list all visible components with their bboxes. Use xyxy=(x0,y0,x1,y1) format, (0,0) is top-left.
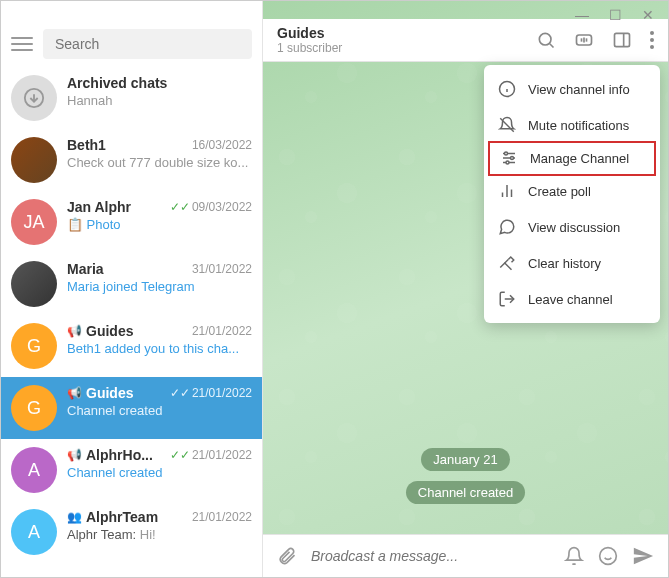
side-panel-icon[interactable] xyxy=(612,30,632,50)
menu-item-manage[interactable]: Manage Channel xyxy=(488,141,656,176)
chat-name: Beth1 xyxy=(67,137,106,153)
svg-point-2 xyxy=(539,33,551,45)
sidebar: Archived chats Hannah Beth1 16/03/2022 C… xyxy=(1,1,263,577)
menu-item-label: View discussion xyxy=(528,220,620,235)
search-input[interactable] xyxy=(43,29,252,59)
app-window: — ☐ ✕ Archived chats Hannah Beth1 16/03/… xyxy=(0,0,669,578)
chat-preview: Maria joined Telegram xyxy=(67,279,252,294)
chat-title: Guides xyxy=(277,25,536,41)
more-menu-icon[interactable] xyxy=(650,31,654,49)
voice-chat-icon[interactable] xyxy=(574,30,594,50)
chat-list-item[interactable]: Beth1 16/03/2022 Check out 777 double si… xyxy=(1,129,262,191)
message-input[interactable] xyxy=(311,548,550,564)
chat-date: ✓✓ 21/01/2022 xyxy=(170,448,252,462)
channel-type-icon: 👥 xyxy=(67,510,82,524)
chat-list-item[interactable]: G 📢 Guides ✓✓ 21/01/2022 Channel created xyxy=(1,377,262,439)
menu-item-label: Leave channel xyxy=(528,292,613,307)
clear-icon xyxy=(498,254,516,272)
chat-date: 21/01/2022 xyxy=(192,510,252,524)
chat-list-item[interactable]: A 👥 AlphrTeam 21/01/2022 Alphr Team: Hi! xyxy=(1,501,262,563)
window-controls: — ☐ ✕ xyxy=(561,1,668,29)
chat-preview: Beth1 added you to this cha... xyxy=(67,341,252,356)
menu-item-mute[interactable]: Mute notifications xyxy=(484,107,660,143)
emoji-icon[interactable] xyxy=(598,546,618,566)
chat-list-item[interactable]: G 📢 Guides 21/01/2022 Beth1 added you to… xyxy=(1,315,262,377)
chat-preview: Alphr Team: Hi! xyxy=(67,527,252,542)
chat-date: 31/01/2022 xyxy=(192,262,252,276)
chat-preview: Channel created xyxy=(67,465,252,480)
avatar: G xyxy=(11,323,57,369)
menu-item-discuss[interactable]: View discussion xyxy=(484,209,660,245)
svg-rect-8 xyxy=(615,33,630,46)
avatar: A xyxy=(11,447,57,493)
chat-list-item[interactable]: Maria 31/01/2022 Maria joined Telegram xyxy=(1,253,262,315)
hamburger-menu-icon[interactable] xyxy=(11,37,33,51)
avatar: G xyxy=(11,385,57,431)
chat-name: 📢 AlphrHo... xyxy=(67,447,153,463)
menu-item-leave[interactable]: Leave channel xyxy=(484,281,660,317)
maximize-button[interactable]: ☐ xyxy=(609,7,622,23)
menu-item-poll[interactable]: Create poll xyxy=(484,173,660,209)
svg-point-22 xyxy=(506,161,509,164)
manage-icon xyxy=(500,149,518,167)
svg-line-3 xyxy=(550,44,554,48)
chat-date: ✓✓ 09/03/2022 xyxy=(170,200,252,214)
chat-preview: Channel created xyxy=(67,403,252,418)
menu-item-clear[interactable]: Clear history xyxy=(484,245,660,281)
chat-name: Jan Alphr xyxy=(67,199,131,215)
svg-point-21 xyxy=(511,157,514,160)
chat-subtitle: 1 subscriber xyxy=(277,41,536,55)
notify-icon[interactable] xyxy=(564,546,584,566)
close-button[interactable]: ✕ xyxy=(642,7,654,23)
chat-list-item[interactable]: A 📢 AlphrHo... ✓✓ 21/01/2022 Channel cre… xyxy=(1,439,262,501)
chat-name: 👥 AlphrTeam xyxy=(67,509,158,525)
chat-date: 16/03/2022 xyxy=(192,138,252,152)
channel-type-icon: 📢 xyxy=(67,386,82,400)
chat-name: 📢 Guides xyxy=(67,385,133,401)
menu-item-label: Mute notifications xyxy=(528,118,629,133)
svg-point-20 xyxy=(505,152,508,155)
avatar xyxy=(11,137,57,183)
main-panel: Guides 1 subscriber January 21 Channel c… xyxy=(263,1,668,577)
avatar xyxy=(11,75,57,121)
info-icon xyxy=(498,80,516,98)
svg-point-10 xyxy=(600,548,617,565)
search-icon[interactable] xyxy=(536,30,556,50)
context-menu: View channel infoMute notificationsManag… xyxy=(484,65,660,323)
menu-item-label: Create poll xyxy=(528,184,591,199)
chat-date: ✓✓ 21/01/2022 xyxy=(170,386,252,400)
chat-date: 21/01/2022 xyxy=(192,324,252,338)
channel-type-icon: 📢 xyxy=(67,324,82,338)
leave-icon xyxy=(498,290,516,308)
attach-icon[interactable] xyxy=(277,546,297,566)
chat-preview: 📋 Photo xyxy=(67,217,252,232)
discuss-icon xyxy=(498,218,516,236)
mute-icon xyxy=(498,116,516,134)
menu-item-label: Manage Channel xyxy=(530,151,629,166)
chat-name: Maria xyxy=(67,261,104,277)
menu-item-info[interactable]: View channel info xyxy=(484,71,660,107)
chat-preview: Hannah xyxy=(67,93,252,108)
chat-preview: Check out 777 double size ko... xyxy=(67,155,252,170)
chat-name: 📢 Guides xyxy=(67,323,133,339)
avatar: JA xyxy=(11,199,57,245)
poll-icon xyxy=(498,182,516,200)
date-separator: January 21 xyxy=(421,448,509,471)
compose-bar xyxy=(263,534,668,577)
minimize-button[interactable]: — xyxy=(575,7,589,23)
avatar: A xyxy=(11,509,57,555)
chat-list-item[interactable]: Archived chats Hannah xyxy=(1,67,262,129)
system-message: Channel created xyxy=(406,481,525,504)
channel-type-icon: 📢 xyxy=(67,448,82,462)
menu-item-label: View channel info xyxy=(528,82,630,97)
send-icon[interactable] xyxy=(632,545,654,567)
chat-name: Archived chats xyxy=(67,75,167,91)
chat-list: Archived chats Hannah Beth1 16/03/2022 C… xyxy=(1,67,262,577)
avatar xyxy=(11,261,57,307)
chat-list-item[interactable]: JA Jan Alphr ✓✓ 09/03/2022 📋 Photo xyxy=(1,191,262,253)
menu-item-label: Clear history xyxy=(528,256,601,271)
